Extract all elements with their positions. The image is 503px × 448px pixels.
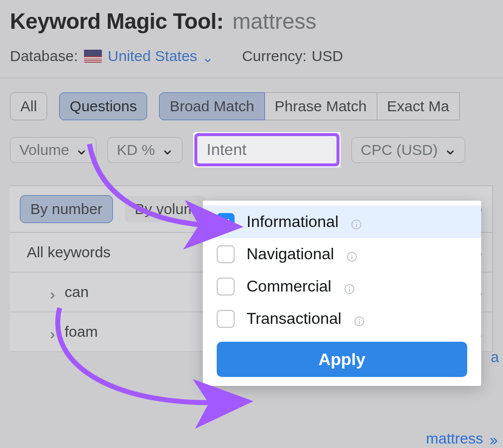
chevron-down-icon: [76, 145, 87, 155]
info-icon[interactable]: [346, 248, 358, 260]
currency-label: Currency:: [242, 48, 307, 65]
filter-intent[interactable]: Intent: [196, 135, 337, 164]
row-label: can: [65, 284, 88, 300]
match-type-group: Broad Match Phrase Match Exact Ma: [159, 92, 459, 120]
currency-value: USD: [312, 48, 343, 65]
intent-dropdown-panel: Informational Navigational Commercial Tr…: [203, 201, 481, 386]
svg-point-11: [359, 319, 360, 320]
filter-kd-label: KD %: [117, 142, 155, 158]
truncated-link-text: mattress: [426, 430, 483, 447]
currency-display: Currency: USD: [242, 48, 343, 65]
chevron-down-icon: [203, 52, 212, 61]
filter-cpc-label: CPC (USD): [361, 142, 438, 158]
tab-all[interactable]: All: [10, 92, 47, 120]
row-label: foam: [65, 323, 98, 340]
intent-option-transactional[interactable]: Transactional: [203, 302, 481, 335]
filter-intent-label: Intent: [207, 141, 247, 159]
checkbox-checked-icon[interactable]: [217, 213, 235, 231]
tab-questions[interactable]: Questions: [59, 92, 147, 120]
tab-phrase-match[interactable]: Phrase Match: [265, 92, 377, 120]
svg-point-5: [351, 254, 352, 255]
filter-volume[interactable]: Volume: [10, 137, 96, 163]
truncated-right-link[interactable]: a: [491, 349, 499, 366]
apply-button[interactable]: Apply: [217, 342, 467, 377]
svg-point-2: [356, 222, 357, 223]
database-label: Database:: [10, 48, 78, 65]
option-label: Transactional: [247, 309, 341, 328]
info-icon[interactable]: [353, 313, 365, 325]
info-icon[interactable]: [350, 216, 362, 228]
checkbox-unchecked-icon[interactable]: [217, 278, 235, 296]
checkbox-unchecked-icon[interactable]: [217, 245, 235, 263]
double-chevron-right-icon: [488, 433, 499, 444]
checkbox-unchecked-icon[interactable]: [217, 310, 235, 328]
filter-intent-highlight-wrap: Intent: [193, 132, 340, 167]
database-selector[interactable]: Database: United States: [10, 48, 212, 65]
intent-option-informational[interactable]: Informational: [203, 206, 481, 238]
chevron-right-icon: [48, 327, 58, 337]
group-tab-by-volume[interactable]: By volum: [125, 196, 206, 223]
group-tab-by-number[interactable]: By number: [20, 195, 113, 223]
option-label: Navigational: [247, 245, 334, 263]
page-title-keyword: mattress: [233, 9, 317, 34]
intent-option-commercial[interactable]: Commercial: [203, 270, 481, 302]
intent-option-navigational[interactable]: Navigational: [203, 238, 481, 270]
tab-broad-match[interactable]: Broad Match: [159, 92, 264, 120]
filter-cpc[interactable]: CPC (USD): [351, 137, 465, 163]
option-label: Informational: [247, 213, 338, 231]
svg-point-8: [349, 287, 350, 288]
option-label: Commercial: [247, 277, 332, 296]
info-icon[interactable]: [343, 281, 355, 293]
filter-kd[interactable]: KD %: [107, 137, 182, 163]
chevron-right-icon: [48, 287, 58, 297]
chevron-down-icon: [162, 145, 173, 155]
filter-volume-label: Volume: [19, 142, 69, 158]
truncated-right-link-2[interactable]: mattress: [426, 430, 499, 447]
tab-exact-match[interactable]: Exact Ma: [377, 92, 460, 120]
page-title-label: Keyword Magic Tool:: [10, 9, 224, 34]
database-country: United States: [108, 48, 197, 65]
us-flag-icon: [84, 50, 102, 63]
chevron-down-icon: [445, 145, 456, 155]
